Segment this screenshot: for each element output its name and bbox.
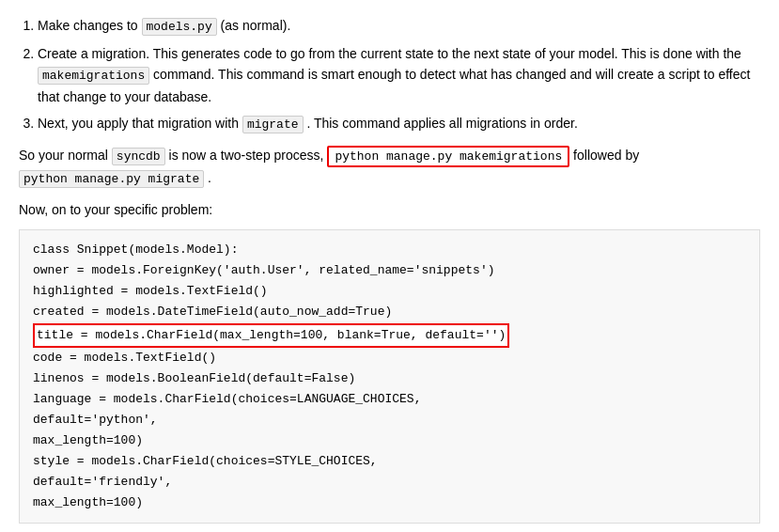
list-item-2: Create a migration. This generates code …: [38, 43, 760, 108]
code-line-language-default: default='python',: [33, 410, 746, 430]
code-block: class Snippet(models.Model): owner = mod…: [19, 229, 760, 524]
list-item-1: Make changes to models.py (as normal).: [38, 15, 760, 38]
list-item-1-text-before: Make changes to: [38, 18, 142, 33]
list-item-1-text-after: (as normal).: [217, 18, 291, 33]
code-line-class: class Snippet(models.Model):: [33, 240, 746, 260]
list-item-2-text-before: Create a migration. This generates code …: [38, 46, 741, 61]
code-line-owner: owner = models.ForeignKey('auth.User', r…: [33, 260, 746, 281]
migrate-code-inline: python manage.py migrate: [19, 170, 204, 188]
list-item-3: Next, you apply that migration with migr…: [38, 113, 760, 135]
code-line-language-maxlength: max_length=100): [33, 430, 746, 451]
code-line-style-maxlength: max_length=100): [33, 493, 746, 513]
paragraph-syncdb: So your normal syncdb is now a two-step …: [19, 145, 760, 190]
list-item-3-text-after: . This command applies all migrations in…: [304, 116, 578, 131]
para1-text2: is now a two-step process,: [165, 148, 328, 163]
para1-line2-text: .: [204, 170, 211, 185]
code-line-code: code = models.TextField(): [33, 348, 746, 368]
code-line-linenos: linenos = models.BooleanField(default=Fa…: [33, 368, 746, 389]
makemigrations-highlighted-code: python manage.py makemigrations: [327, 146, 569, 167]
list-item-3-text-before: Next, you apply that migration with: [38, 116, 242, 131]
list-item-2-code: makemigrations: [38, 67, 149, 85]
code-line-language: language = models.CharField(choices=LANG…: [33, 389, 746, 410]
code-line-title-highlighted: title = models.CharField(max_length=100,…: [33, 323, 746, 348]
para1-text1: So your normal: [19, 148, 112, 163]
paragraph-specific-problem: Now, on to your specific problem:: [19, 199, 760, 220]
title-line-highlight-span: title = models.CharField(max_length=100,…: [33, 323, 509, 348]
code-line-created: created = models.DateTimeField(auto_now_…: [33, 302, 746, 322]
code-line-highlighted-field: highlighted = models.TextField(): [33, 281, 746, 302]
para2-text: Now, on to your specific problem:: [19, 202, 212, 217]
list-item-3-code: migrate: [242, 116, 304, 133]
code-line-style: style = models.CharField(choices=STYLE_C…: [33, 451, 746, 472]
code-line-style-default: default='friendly',: [33, 472, 746, 493]
syncdb-code: syncdb: [112, 148, 165, 165]
para1-text3: followed by: [569, 148, 639, 163]
instructions-list: Make changes to models.py (as normal). C…: [38, 15, 760, 135]
list-item-1-code: models.py: [142, 18, 217, 36]
